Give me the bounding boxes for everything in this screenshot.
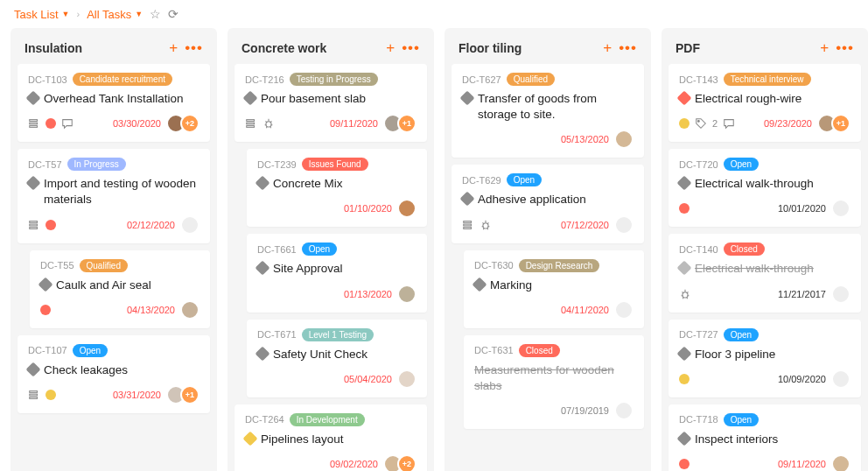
breadcrumb-view[interactable]: All Tasks▼ [87,8,143,21]
task-card[interactable]: DC-T103Candidate recruitmentOverhead Tan… [18,64,210,142]
card-indicators [28,219,56,231]
avatar-overflow[interactable]: +2 [180,114,200,133]
column-menu-button[interactable]: ••• [402,40,420,55]
task-card[interactable]: DC-T264In DevelopmentPipelines layout09/… [234,404,427,471]
avatar[interactable] [397,199,416,218]
avatar[interactable] [397,285,416,304]
task-card[interactable]: DC-T140ClosedElectrical walk-through11/2… [668,234,861,312]
task-id: DC-T140 [679,244,718,255]
task-title: Site Approval [273,261,343,277]
status-tag: Open [724,158,759,171]
comment-icon [61,117,74,130]
task-card[interactable]: DC-T727OpenFloor 3 pipeline10/09/2020 [668,320,861,397]
task-id: DC-T661 [257,244,297,255]
status-dot-icon [679,118,690,129]
task-card[interactable]: DC-T55QualifiedCaulk and Air seal04/13/2… [30,250,210,328]
avatar-empty[interactable] [831,285,850,304]
subtask-icon [28,389,40,401]
due-date: 09/23/2020 [764,118,812,129]
avatar-overflow[interactable]: +1 [180,385,200,404]
task-id: DC-T671 [257,329,297,340]
comment-icon [723,117,735,130]
task-card[interactable]: DC-T627QualifiedTransfer of goods from s… [452,64,644,158]
task-id: DC-T718 [679,414,718,425]
add-card-button[interactable]: + [820,40,829,55]
task-card[interactable]: DC-T239Issues FoundConcrete Mix01/10/202… [247,149,427,227]
due-date: 03/30/2020 [113,118,161,129]
tag-icon [695,117,707,130]
assignees: +2 [383,454,416,471]
task-id: DC-T627 [462,74,501,85]
task-card[interactable]: DC-T661OpenSite Approval01/13/2020 [247,234,427,312]
svg-rect-6 [30,391,38,393]
task-card[interactable]: DC-T143Technical interviewElectrical rou… [668,64,861,142]
due-date: 04/13/2020 [127,305,175,315]
status-tag: Level 1 Testing [302,328,374,341]
task-card[interactable]: DC-T216Testing in ProgressPour basement … [234,64,427,142]
card-indicators [679,374,690,384]
task-card[interactable]: DC-T107OpenCheck leakages03/31/2020+1 [18,335,210,413]
status-tag: Issues Found [302,158,368,171]
task-card[interactable]: DC-T718OpenInspect interiors09/11/2020 [668,404,861,471]
task-card[interactable]: DC-T671Level 1 TestingSafety Unit Check0… [247,320,427,397]
column-menu-button[interactable]: ••• [185,40,203,55]
column-title: Floor tiling [458,41,522,55]
avatar-empty[interactable] [831,369,850,389]
avatar-empty[interactable] [831,199,850,218]
alert-icon [40,305,51,315]
status-dot-icon [679,374,690,384]
refresh-icon[interactable]: ⟳ [168,7,178,21]
avatar[interactable] [614,130,634,149]
svg-rect-1 [30,123,38,124]
card-indicators [679,459,690,469]
add-card-button[interactable]: + [386,40,395,55]
column-menu-button[interactable]: ••• [836,40,854,55]
status-dot-icon [46,390,56,400]
avatar-overflow[interactable]: +2 [397,454,416,471]
status-tag: Qualified [80,259,128,272]
avatar[interactable] [180,300,200,320]
due-date: 04/11/2020 [561,305,609,315]
svg-rect-10 [247,123,255,124]
priority-icon [472,277,487,292]
assignees [614,130,634,149]
avatar-empty[interactable] [180,215,200,235]
kanban-board: Insulation+•••DC-T103Candidate recruitme… [0,28,868,471]
task-card[interactable]: DC-T720OpenElectrical walk-through10/01/… [668,149,861,227]
due-date: 09/11/2020 [778,459,826,469]
avatar[interactable] [831,454,850,471]
task-card[interactable]: DC-T57In ProgressImport and testing of w… [18,149,210,243]
column-menu-button[interactable]: ••• [619,40,637,55]
due-date: 01/10/2020 [344,203,392,214]
card-indicators [462,219,492,231]
task-card[interactable]: DC-T629OpenAdhesive application07/12/202… [452,165,644,243]
avatar-empty[interactable] [614,401,634,420]
avatar[interactable] [397,369,416,389]
alert-icon [679,203,690,214]
add-card-button[interactable]: + [169,40,178,55]
task-card[interactable]: DC-T631ClosedMeasurements for wooden sla… [464,335,644,429]
assignees: +1 [166,385,200,404]
assignees [180,215,200,235]
status-tag: Open [302,243,337,256]
avatar-overflow[interactable]: +1 [397,114,416,133]
column-header: Floor tiling+••• [452,35,644,64]
svg-rect-5 [30,227,38,228]
avatar-empty[interactable] [614,215,634,235]
breadcrumb-root[interactable]: Task List▼ [14,8,70,21]
priority-icon [26,362,41,376]
priority-icon [677,261,692,276]
task-title: Import and testing of wooden materials [44,176,200,207]
task-card[interactable]: DC-T630Design ResearchMarking04/11/2020 [464,250,644,328]
bug-icon [262,117,275,130]
card-indicators [40,305,51,315]
column: Insulation+•••DC-T103Candidate recruitme… [10,28,217,471]
star-icon[interactable]: ☆ [150,7,161,21]
priority-icon [38,277,53,292]
avatar-empty[interactable] [614,300,634,320]
add-card-button[interactable]: + [603,40,612,55]
avatar-overflow[interactable]: +1 [831,114,850,133]
priority-icon [256,176,270,191]
bug-icon [679,288,691,300]
subtask-icon [245,117,257,130]
